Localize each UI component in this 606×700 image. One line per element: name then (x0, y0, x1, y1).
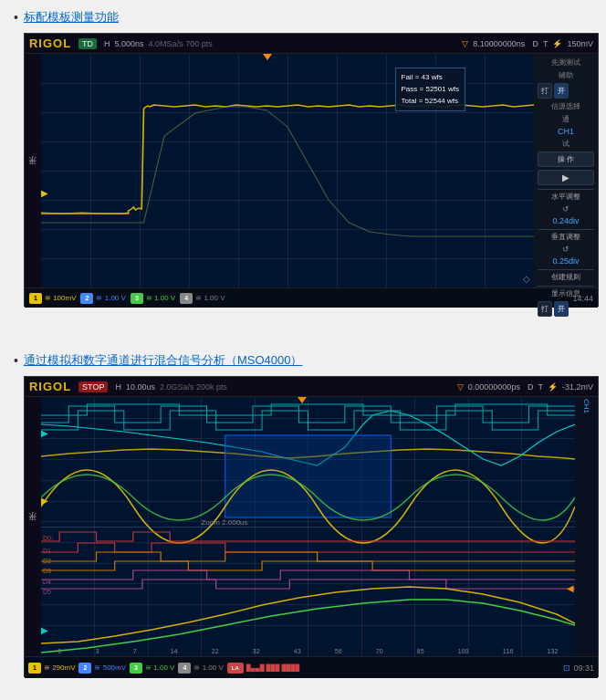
bullet2: • (14, 352, 18, 371)
osc2-time: ⊡ 09:31 (563, 663, 594, 673)
osc1-right-panel: 先测测试 辅助 打 开 信源选择 通 CH1 试 操 作 ▶ 水平调整 ↺ 0.… (534, 54, 598, 287)
d5-label: D5 (43, 589, 51, 596)
osc1-tooltip: Fail = 43 wfs Pass = 52501 wfs Total = 5… (395, 68, 465, 111)
osc2-orange-marker: ◀ (567, 583, 574, 593)
osc1-header: RIGOL TD H 5.000ns 4.0MSa/s 700 pts ▽ 8.… (25, 34, 598, 54)
osc2-left-label: 水平 (25, 397, 41, 656)
osc2-ch2-footer: 2 ≅ 500mV (78, 663, 126, 674)
osc1-footer: 1 ≅ 100mV 2 ≅ 1.00 V 3 ≅ 1.00 V 4 ≅ 1.00… (25, 287, 598, 308)
ch2-footer: 2 ≅ 1.00 V (80, 293, 125, 304)
ch4-footer: 4 ≅ 1.00 V (180, 293, 225, 304)
osc1-body: 水平 (25, 54, 598, 287)
x-axis-labels: 0 3 7 14 22 32 43 56 70 85 100 116 132 (41, 648, 575, 654)
osc2-cyan-marker-bottom: ▶ (41, 625, 48, 635)
osc2-la-footer: LA █▄▄█ ███ ████ (227, 663, 299, 674)
section1-container: • 标配模板测量功能 RIGOL TD H 5.000ns 4.0MSa/s 7… (14, 9, 592, 325)
osc2-header: RIGOL STOP H 10.00us 2.0GSa/s 200k pts ▽… (25, 377, 598, 397)
osc1-left-label: 水平 (25, 54, 41, 287)
rigol-logo2: RIGOL (29, 380, 71, 393)
osc2-screen: ▶ ▶ Zoom 2.000us (41, 397, 575, 656)
osc1-time: 14:44 (572, 294, 593, 303)
bullet1: • (14, 9, 18, 27)
trigger-marker-top (263, 54, 272, 60)
ch3-footer: 3 ≅ 1.00 V (131, 293, 175, 304)
ch1-footer: 1 ≅ 100mV (29, 293, 77, 304)
oscilloscope1: RIGOL TD H 5.000ns 4.0MSa/s 700 pts ▽ 8.… (24, 33, 599, 307)
d1-label: D1 (43, 548, 51, 555)
d2-label: D2 (43, 558, 51, 565)
osc2-ch1-footer: 1 ≅ 290mV (28, 663, 76, 674)
osc2-digital-channels (41, 397, 575, 656)
d4-label: D4 (43, 579, 51, 586)
osc2-right-panel: CH1 (575, 397, 598, 656)
section2-container: • 通过模拟和数字通道进行混合信号分析（MSO4000） RIGOL STOP … (14, 352, 592, 695)
osc2-trigger-marker (298, 397, 307, 403)
osc2-ch3-footer: 3 ≅ 1.00 V (130, 663, 174, 674)
section2-link[interactable]: 通过模拟和数字通道进行混合信号分析（MSO4000） (24, 352, 599, 369)
d0-label: D0↑ (43, 535, 54, 542)
osc1-corner-icon: ◇ (523, 274, 530, 284)
osc1-mode-badge: TD (78, 38, 97, 49)
oscilloscope2: RIGOL STOP H 10.00us 2.0GSa/s 200k pts ▽… (24, 376, 599, 677)
osc2-body: 水平 (25, 397, 598, 656)
osc2-footer: 1 ≅ 290mV 2 ≅ 500mV 3 ≅ 1.00 V 4 ≅ 1.00 … (25, 656, 598, 678)
rigol-logo1: RIGOL (29, 37, 71, 50)
osc2-mode-badge: STOP (78, 381, 108, 392)
osc2-ch4-footer: 4 ≅ 1.00 V (178, 663, 223, 674)
osc1-screen: ▶ Fail = 43 wfs Pass = 52501 wfs Total =… (41, 54, 534, 287)
ch1-marker: ▶ (41, 189, 48, 198)
d3-label: D3 (43, 568, 51, 575)
osc1-header-info: H 5.000ns 4.0MSa/s 700 pts (104, 39, 213, 48)
section1-link[interactable]: 标配模板测量功能 (24, 9, 599, 26)
